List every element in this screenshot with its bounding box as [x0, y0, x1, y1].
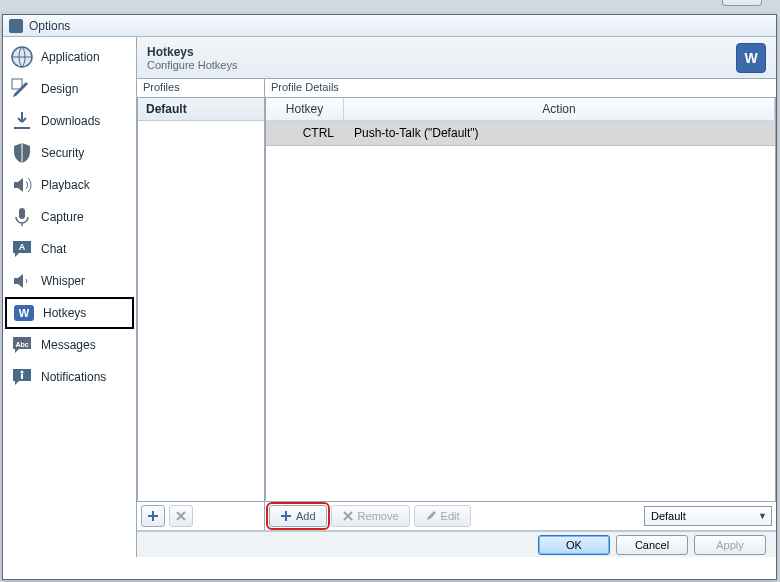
- details-toolbar: Add Remove Edit Default ▼: [265, 502, 776, 530]
- whisper-icon: [9, 268, 35, 294]
- add-button[interactable]: Add: [269, 505, 327, 527]
- svg-text:A: A: [19, 242, 26, 252]
- remove-button[interactable]: Remove: [331, 505, 410, 527]
- dialog-footer: OK Cancel Apply: [137, 531, 776, 557]
- sidebar-item-label: Playback: [41, 178, 90, 192]
- table-row[interactable]: CTRL Push-to-Talk ("Default"): [266, 121, 775, 146]
- x-icon: [342, 510, 354, 522]
- sidebar-item-label: Application: [41, 50, 100, 64]
- main-panel: Hotkeys Configure Hotkeys W Profiles Def…: [137, 37, 776, 557]
- sidebar-item-notifications[interactable]: Notifications: [5, 361, 134, 393]
- info-icon: [9, 364, 35, 390]
- col-hotkey[interactable]: Hotkey: [266, 98, 344, 120]
- sidebar-item-label: Security: [41, 146, 84, 160]
- sidebar-item-application[interactable]: Application: [5, 41, 134, 73]
- section-subtitle: Configure Hotkeys: [147, 59, 238, 71]
- sidebar-item-label: Chat: [41, 242, 66, 256]
- profiles-toolbar: [137, 502, 264, 530]
- details-table: Hotkey Action CTRL Push-to-Talk ("Defaul…: [265, 97, 776, 502]
- chevron-down-icon: ▼: [758, 511, 767, 521]
- cancel-button[interactable]: Cancel: [616, 535, 688, 555]
- sidebar-item-label: Capture: [41, 210, 84, 224]
- hotkeys-badge-icon: W: [736, 43, 766, 73]
- shield-icon: [9, 140, 35, 166]
- options-window: Options Application Design Downloads Sec…: [2, 14, 777, 580]
- sidebar-item-label: Design: [41, 82, 78, 96]
- sidebar-item-label: Hotkeys: [43, 306, 86, 320]
- svg-rect-2: [19, 208, 25, 219]
- profile-add-button[interactable]: [141, 505, 165, 527]
- pencil-icon: [425, 510, 437, 522]
- profiles-list[interactable]: Default: [137, 97, 264, 502]
- details-label: Profile Details: [265, 79, 776, 97]
- ok-button[interactable]: OK: [538, 535, 610, 555]
- titlebar: Options: [3, 15, 776, 37]
- sidebar-item-whisper[interactable]: Whisper: [5, 265, 134, 297]
- svg-text:Abc: Abc: [15, 341, 28, 348]
- plus-icon: [147, 510, 159, 522]
- sidebar: Application Design Downloads Security Pl…: [3, 37, 137, 557]
- svg-rect-8: [21, 374, 23, 379]
- x-icon: [175, 510, 187, 522]
- section-header: Hotkeys Configure Hotkeys W: [137, 37, 776, 79]
- section-title: Hotkeys: [147, 45, 238, 59]
- key-icon: W: [11, 300, 37, 326]
- microphone-icon: [9, 204, 35, 230]
- profile-row[interactable]: Default: [138, 98, 264, 121]
- sidebar-item-label: Whisper: [41, 274, 85, 288]
- window-title: Options: [29, 19, 70, 33]
- sidebar-item-label: Notifications: [41, 370, 106, 384]
- profiles-column: Profiles Default: [137, 79, 265, 530]
- pencil-icon: [9, 76, 35, 102]
- chat-icon: A: [9, 236, 35, 262]
- sidebar-item-chat[interactable]: A Chat: [5, 233, 134, 265]
- sidebar-item-label: Messages: [41, 338, 96, 352]
- sidebar-item-capture[interactable]: Capture: [5, 201, 134, 233]
- sidebar-item-label: Downloads: [41, 114, 100, 128]
- svg-text:W: W: [19, 307, 30, 319]
- dropdown-value: Default: [651, 510, 686, 522]
- profile-dropdown[interactable]: Default ▼: [644, 506, 772, 526]
- profiles-label: Profiles: [137, 79, 264, 97]
- cell-hotkey: CTRL: [266, 121, 344, 145]
- apply-button[interactable]: Apply: [694, 535, 766, 555]
- profile-remove-button[interactable]: [169, 505, 193, 527]
- sidebar-item-downloads[interactable]: Downloads: [5, 105, 134, 137]
- edit-button[interactable]: Edit: [414, 505, 471, 527]
- sidebar-item-hotkeys[interactable]: W Hotkeys: [5, 297, 134, 329]
- sidebar-item-design[interactable]: Design: [5, 73, 134, 105]
- window-close-button[interactable]: ✕: [722, 0, 762, 6]
- details-column: Profile Details Hotkey Action CTRL Push-…: [265, 79, 776, 530]
- globe-icon: [9, 44, 35, 70]
- plus-icon: [280, 510, 292, 522]
- table-header: Hotkey Action: [266, 98, 775, 121]
- messages-icon: Abc: [9, 332, 35, 358]
- speaker-icon: [9, 172, 35, 198]
- col-action[interactable]: Action: [344, 98, 775, 120]
- sidebar-item-playback[interactable]: Playback: [5, 169, 134, 201]
- sidebar-item-messages[interactable]: Abc Messages: [5, 329, 134, 361]
- sidebar-item-security[interactable]: Security: [5, 137, 134, 169]
- app-icon: [9, 19, 23, 33]
- cell-action: Push-to-Talk ("Default"): [344, 121, 775, 145]
- svg-point-7: [21, 371, 24, 374]
- download-icon: [9, 108, 35, 134]
